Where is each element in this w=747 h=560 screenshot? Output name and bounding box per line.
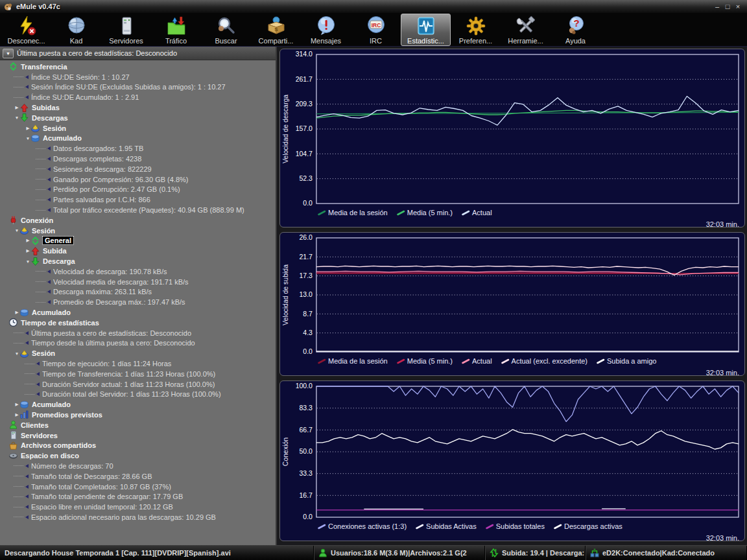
tree-item[interactable]: Partes salvadas por I.C.H: 866 [0, 194, 276, 205]
statusbar-section-3: eD2K:Conectado|Kad:Conectado [586, 546, 747, 560]
legend-label: Descargas activas [564, 522, 622, 530]
series-line-conexiones-activas-1-3 [316, 386, 739, 422]
tree-item[interactable]: Descarga máxima: 263.11 kB/s [0, 287, 276, 298]
expand-closed-icon[interactable]: ▶ [14, 310, 20, 315]
expand-closed-icon[interactable]: ▶ [14, 412, 20, 417]
tree-item[interactable]: Transferencia [0, 62, 276, 72]
tree-item-label: Clientes [21, 421, 49, 429]
tree-item[interactable]: Espacio adicional necesario para las des… [0, 512, 276, 522]
tree-connector [14, 496, 23, 497]
tree-item[interactable]: Velocidad de descarga: 190.78 kB/s [0, 266, 276, 277]
toolbar-button-tr-fico[interactable]: Tráfico [151, 14, 201, 46]
expand-open-icon[interactable]: ▼ [25, 259, 31, 264]
tree-item[interactable]: ▶Acumulado [0, 399, 276, 410]
statusbar-text: Descargando House Temporada 1 [Cap. 111]… [5, 549, 231, 557]
tree-item[interactable]: Ganado por Compresión: 96.30 GB (4.8%) [0, 174, 276, 185]
tree-item[interactable]: ▶Subidas [0, 102, 276, 113]
tree-item[interactable]: Archivos compartidos [0, 440, 276, 450]
legend-label: Actual [472, 209, 492, 216]
tree-item[interactable]: Descargas completas: 4238 [0, 154, 276, 164]
expand-closed-icon[interactable]: ▶ [14, 402, 20, 407]
tree-item[interactable]: ▼Sesión [0, 226, 276, 236]
expand-open-icon[interactable]: ▼ [14, 228, 20, 233]
tree-item-label: Acumulado [32, 401, 71, 408]
tree-item[interactable]: Promedio de Descarga máx.: 197.47 kB/s [0, 297, 276, 307]
irc-icon: IRC [366, 16, 386, 36]
chevron-down-icon[interactable]: ▼ [3, 49, 14, 58]
leaf-bullet-icon [25, 95, 29, 99]
toolbar-button-estad-stic[interactable]: Estadístic... [401, 14, 451, 46]
tree-item[interactable]: Índice SU:DE Sesión: 1 : 10.27 [0, 72, 276, 82]
tree-item[interactable]: ▼Acumulado [0, 134, 276, 144]
tree-item[interactable]: Total por tráfico excedente (Paquetes): … [0, 205, 276, 215]
expand-closed-icon[interactable]: ▶ [14, 105, 20, 110]
toolbar-button-comparti[interactable]: SComparti... [251, 14, 301, 46]
tree-item[interactable]: Tiempo de ejecución: 1 días 11:24 Horas [0, 358, 276, 369]
toolbar-button-servidores[interactable]: Servidores [101, 14, 151, 46]
tree-item-label: Sesión [43, 124, 66, 132]
tree-item[interactable]: Tiempo desde la última puesta a cero: De… [0, 338, 276, 349]
tree-item[interactable]: Sesiones de descarga: 822229 [0, 164, 276, 174]
tree-item[interactable]: ▶Subida [0, 246, 276, 256]
expand-open-icon[interactable]: ▼ [14, 351, 20, 356]
tree-item[interactable]: Tiempo de Transferencia: 1 días 11:23 Ho… [0, 369, 276, 379]
tree-item[interactable]: Duración Servidor actual: 1 días 11:23 H… [0, 379, 276, 390]
y-tick-label: 261.7 [296, 76, 313, 83]
tree-item[interactable]: Datos descargados: 1.95 TB [0, 143, 276, 154]
tree-item[interactable]: Sesión Índice SU:DE (Excluidas Subidas a… [0, 82, 276, 93]
tree-item[interactable]: ▶Sesión [0, 123, 276, 134]
tree-item[interactable]: Conexión [0, 215, 276, 226]
tree-item[interactable]: ▼Sesión [0, 348, 276, 358]
tree-item[interactable]: ▶Promedios previstos [0, 410, 276, 420]
expand-open-icon[interactable]: ▼ [14, 115, 20, 120]
tree-item[interactable]: Última puesta a cero de estadísticas: De… [0, 328, 276, 338]
toolbar-button-desconec[interactable]: Desconec... [1, 14, 51, 46]
transfer-arrows-icon [31, 237, 40, 245]
tree-connector [14, 76, 23, 77]
expand-closed-icon[interactable]: ▶ [25, 126, 31, 131]
tree-item[interactable]: Índice SU:DE Acumulado: 1 : 2.91 [0, 92, 276, 102]
y-tick-label: 157.0 [296, 125, 313, 132]
toolbar-button-buscar[interactable]: Buscar [201, 14, 251, 46]
tree-item[interactable]: Tamaño total de Descargas: 28.66 GB [0, 471, 276, 482]
tree-item[interactable]: ▼Descargas [0, 113, 276, 123]
toolbar-button-irc[interactable]: IRCIRC [351, 14, 401, 46]
tree-item[interactable]: Clientes [0, 420, 276, 430]
tree-item[interactable]: Velocidad media de descarga: 191.71 kB/s [0, 277, 276, 287]
tree-item[interactable]: Número de descargas: 70 [0, 461, 276, 471]
tree-connector [14, 517, 23, 517]
tree-item-label: Conexión [21, 216, 53, 224]
expand-open-icon[interactable]: ▼ [25, 136, 31, 141]
close-button[interactable]: × [733, 2, 743, 11]
tree-item-label: Partes salvadas por I.C.H: 866 [53, 196, 150, 204]
tree-item[interactable]: Tamaño total Completados: 10.87 GB (37%) [0, 482, 276, 492]
legend-swatch-icon [486, 520, 494, 532]
legend-item-actual-excl-excedente: Actual (excl. excedente) [501, 355, 587, 367]
statistics-tree: TransferenciaÍndice SU:DE Sesión: 1 : 10… [0, 60, 276, 545]
tree-item[interactable]: Duración total del Servidor: 1 días 11:2… [0, 390, 276, 400]
tree-item[interactable]: ▶Acumulado [0, 307, 276, 318]
tree-item-label: Acumulado [32, 309, 71, 316]
tree-item[interactable]: Tiempo de estadísticas [0, 318, 276, 328]
toolbar-button-preferen[interactable]: Preferen... [451, 14, 501, 46]
tree-item[interactable]: ▶General [0, 236, 276, 246]
tree-item[interactable]: Servidores [0, 430, 276, 441]
minimize-button[interactable]: – [712, 2, 722, 11]
legend-swatch-icon [397, 207, 405, 218]
toolbar-button-kad[interactable]: Kad [51, 14, 101, 46]
toolbar-button-herramie[interactable]: Herramie... [501, 14, 551, 46]
maximize-button[interactable]: □ [722, 2, 733, 11]
tree-item[interactable]: Perdido por Corrupción: 2.47 GB (0.1%) [0, 185, 276, 195]
tree-item-label: Descargas [32, 114, 68, 122]
toolbar-button-mensajes[interactable]: Mensajes [301, 14, 351, 46]
toolbar-button-ayuda[interactable]: ?Ayuda [551, 14, 600, 46]
expand-closed-icon[interactable]: ▶ [25, 248, 31, 253]
tree-item[interactable]: Espacio en disco [0, 450, 276, 461]
expand-closed-icon[interactable]: ▶ [25, 238, 31, 243]
legend-swatch-icon [397, 355, 405, 367]
tree-item[interactable]: Espacio libre en unidad temporal: 120.12… [0, 502, 276, 512]
legend-swatch-icon [462, 207, 470, 218]
tree-item[interactable]: ▼Descarga [0, 256, 276, 266]
tree-item[interactable]: Tamaño total pendiente de descargar: 17.… [0, 491, 276, 502]
statistics-icon [416, 16, 436, 36]
